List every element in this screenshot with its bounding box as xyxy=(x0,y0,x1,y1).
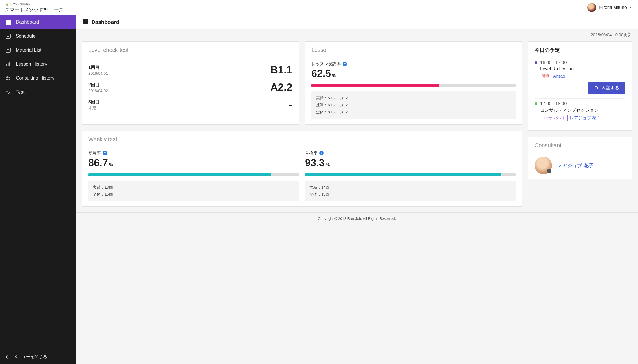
lc-label: 1回目 xyxy=(88,65,108,71)
sidebar-close[interactable]: メニューを閉じる xyxy=(0,350,76,364)
sidebar-item-label: Schedule xyxy=(16,33,36,39)
svg-rect-17 xyxy=(85,19,88,22)
lesson-rate-label: レッスン受講率 xyxy=(311,61,341,67)
sidebar-item-dashboard[interactable]: Dashboard xyxy=(0,15,76,29)
sidebar-item-label: Material List xyxy=(16,47,41,53)
exam-details: 実績：13回 全体：15回 xyxy=(88,181,299,201)
lesson-title: Lesson xyxy=(311,47,516,57)
lc-result: - xyxy=(289,99,293,111)
svg-point-14 xyxy=(9,77,10,78)
list-icon xyxy=(5,47,11,53)
consultant-name-link[interactable]: レアジョブ 花子 xyxy=(557,162,594,169)
logo[interactable]: ★レアジョブ英会話 スマートメソッド™ コース xyxy=(5,2,64,13)
svg-rect-5 xyxy=(7,36,9,37)
schedule-item: 16:00 - 17:00Level Up Lesson講師Ansab入室する xyxy=(535,57,625,99)
svg-rect-3 xyxy=(8,22,11,25)
pass-rate-label: 合格率 xyxy=(305,151,318,156)
dot-icon xyxy=(535,61,537,64)
lc-date: 未定 xyxy=(88,106,100,111)
sched-name: Level Up Lesson xyxy=(540,66,625,71)
today-schedule-card: 今日の予定 16:00 - 17:00Level Up Lesson講師Ansa… xyxy=(528,41,632,131)
sched-name: コンサルティングセッション xyxy=(540,108,625,113)
update-timestamp: 2018/06/04 10:00更新 xyxy=(76,29,638,38)
role-badge: 講師 xyxy=(540,73,551,79)
chevron-down-icon xyxy=(630,6,633,9)
dashboard-icon xyxy=(82,19,89,25)
chevron-left-icon xyxy=(5,355,9,359)
footer-copyright: Copyright © 2018 RareJob. All Rights Res… xyxy=(76,212,638,225)
enter-icon xyxy=(594,86,599,91)
sched-time: 17:00 - 18:00 xyxy=(540,101,567,106)
enter-room-button[interactable]: 入室する xyxy=(588,82,625,94)
exam-progress xyxy=(88,173,299,176)
logo-title: スマートメソッド™ コース xyxy=(5,7,64,13)
logo-subtitle: レアジョブ英会話 xyxy=(10,3,30,6)
exam-rate-label: 受験率 xyxy=(88,151,101,156)
consultant-card: Consultant レアジョブ 花子 xyxy=(528,137,632,179)
lc-label: 3回目 xyxy=(88,99,100,105)
sidebar-item-schedule[interactable]: Schedule xyxy=(0,29,76,43)
lesson-rate-value: 62.5 xyxy=(311,68,331,80)
level-check-row: 2回目2018/04/02A2.2 xyxy=(88,79,292,96)
svg-rect-1 xyxy=(8,20,11,22)
help-icon[interactable]: ? xyxy=(319,151,324,155)
level-check-title: Level check test xyxy=(88,47,292,57)
lc-result: B1.1 xyxy=(271,64,292,76)
people-icon xyxy=(5,75,11,81)
lc-result: A2.2 xyxy=(271,81,292,93)
help-icon[interactable]: ? xyxy=(343,62,347,66)
page-title: Dashboard xyxy=(91,19,119,25)
dashboard-icon xyxy=(5,19,11,25)
svg-rect-12 xyxy=(9,62,10,66)
consultant-title: Consultant xyxy=(535,142,625,152)
sidebar-item-material-list[interactable]: Material List xyxy=(0,43,76,57)
svg-rect-0 xyxy=(6,20,8,22)
level-check-row: 1回目2018/04/01B1.1 xyxy=(88,61,292,79)
lesson-card: Lesson レッスン受講率 ? 62.5 % xyxy=(305,41,522,125)
level-check-row: 3回目未定- xyxy=(88,96,292,113)
user-name: Hiromi Mifune xyxy=(599,5,627,10)
exam-rate-value: 86.7 xyxy=(88,157,108,169)
svg-rect-2 xyxy=(6,22,8,25)
top-header: ★レアジョブ英会話 スマートメソッド™ コース Hiromi Mifune xyxy=(0,0,638,15)
lc-date: 2018/04/02 xyxy=(88,88,108,93)
person-link[interactable]: レアジョブ 花子 xyxy=(570,115,600,121)
pass-progress xyxy=(305,173,516,176)
svg-text:A: A xyxy=(6,90,8,94)
sidebar-item-lesson-history[interactable]: Lesson History xyxy=(0,57,76,71)
lesson-details: 実績：50レッスン 基準：60レッスン 全体：80レッスン xyxy=(311,91,516,119)
sidebar-close-label: メニューを閉じる xyxy=(13,354,47,360)
lesson-rate-unit: % xyxy=(332,73,336,78)
level-check-card: Level check test 1回目2018/04/01B1.12回目201… xyxy=(82,41,299,125)
svg-rect-19 xyxy=(85,22,88,24)
star-icon: ★ xyxy=(5,2,9,7)
user-menu[interactable]: Hiromi Mifune xyxy=(587,3,633,12)
sidebar-item-label: Test xyxy=(16,89,24,95)
svg-rect-18 xyxy=(83,22,85,24)
dot-icon xyxy=(535,102,537,105)
sidebar: DashboardScheduleMaterial ListLesson His… xyxy=(0,15,76,364)
help-icon[interactable]: ? xyxy=(103,151,107,155)
role-badge: コンサルタント xyxy=(540,115,568,121)
sched-time: 16:00 - 17:00 xyxy=(540,60,567,65)
chart-icon xyxy=(5,61,11,67)
sidebar-item-label: Consulting History xyxy=(16,75,54,81)
lc-label: 2回目 xyxy=(88,82,108,88)
svg-point-13 xyxy=(6,76,8,78)
person-link[interactable]: Ansab xyxy=(553,74,565,78)
schedule-item: 17:00 - 18:00コンサルティングセッションコンサルタントレアジョブ 花… xyxy=(535,99,625,125)
consultant-avatar xyxy=(535,157,552,174)
lesson-progress xyxy=(311,84,516,87)
calendar-icon xyxy=(5,33,11,39)
sidebar-item-test[interactable]: ATest xyxy=(0,85,76,99)
svg-rect-11 xyxy=(8,63,9,66)
weekly-title: Weekly test xyxy=(88,136,516,146)
today-title: 今日の予定 xyxy=(535,47,625,53)
svg-rect-10 xyxy=(6,64,7,66)
pass-details: 実績：14回 全体：15回 xyxy=(305,181,516,201)
test-icon: A xyxy=(5,89,11,95)
sidebar-item-label: Lesson History xyxy=(16,61,47,67)
sidebar-item-consulting-history[interactable]: Consulting History xyxy=(0,71,76,85)
page-header: Dashboard xyxy=(76,15,638,29)
avatar xyxy=(587,3,596,12)
